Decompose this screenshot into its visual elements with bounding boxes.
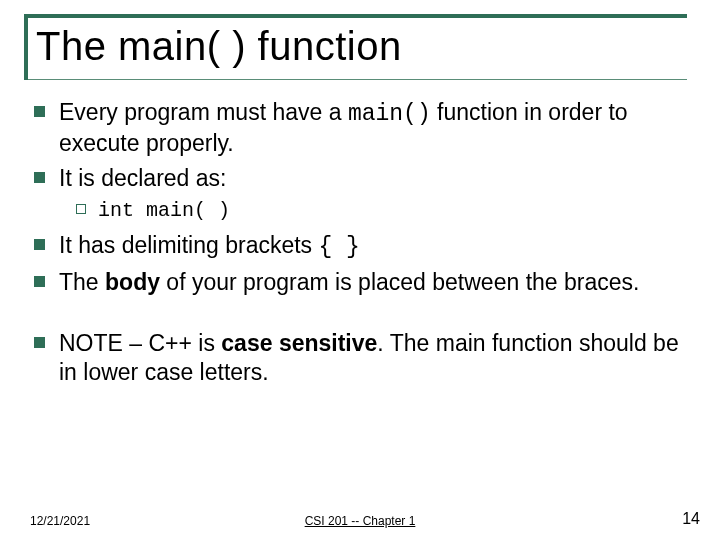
square-bullet-icon xyxy=(34,239,45,250)
bullet-item: The body of your program is placed betwe… xyxy=(34,268,684,297)
spacer xyxy=(34,303,684,329)
footer-center: CSI 201 -- Chapter 1 xyxy=(0,514,720,528)
code-run: main() xyxy=(348,101,431,127)
bullet-text: NOTE – C++ is case sensitive. The main f… xyxy=(59,329,684,387)
hollow-square-bullet-icon xyxy=(76,204,86,214)
bold-run: case sensitive xyxy=(221,330,377,356)
code-run: int main( ) xyxy=(98,198,230,223)
bullet-item: Every program must have a main() functio… xyxy=(34,98,684,158)
slide: The main( ) function Every program must … xyxy=(0,0,720,540)
footer-page-number: 14 xyxy=(682,510,700,528)
text-run: Every program must have a xyxy=(59,99,348,125)
bullet-item: It is declared as: xyxy=(34,164,684,193)
text-run: The xyxy=(59,269,105,295)
bullet-text: Every program must have a main() functio… xyxy=(59,98,684,158)
title-block: The main( ) function xyxy=(18,14,702,80)
code-run: { } xyxy=(319,234,360,260)
text-run: NOTE – C++ is xyxy=(59,330,221,356)
bullet-item: NOTE – C++ is case sensitive. The main f… xyxy=(34,329,684,387)
bullet-text: It is declared as: xyxy=(59,164,684,193)
bullet-text: It has delimiting brackets { } xyxy=(59,231,684,262)
square-bullet-icon xyxy=(34,106,45,117)
square-bullet-icon xyxy=(34,337,45,348)
slide-body: Every program must have a main() functio… xyxy=(34,98,684,392)
square-bullet-icon xyxy=(34,172,45,183)
bullet-text: The body of your program is placed betwe… xyxy=(59,268,684,297)
bold-run: body xyxy=(105,269,160,295)
bullet-item: It has delimiting brackets { } xyxy=(34,231,684,262)
text-run: of your program is placed between the br… xyxy=(160,269,639,295)
square-bullet-icon xyxy=(34,276,45,287)
sub-bullet-item: int main( ) xyxy=(76,198,684,223)
title-rule-left xyxy=(24,14,28,80)
title-rule-bottom xyxy=(24,79,687,80)
text-run: It has delimiting brackets xyxy=(59,232,319,258)
slide-title: The main( ) function xyxy=(18,18,702,79)
